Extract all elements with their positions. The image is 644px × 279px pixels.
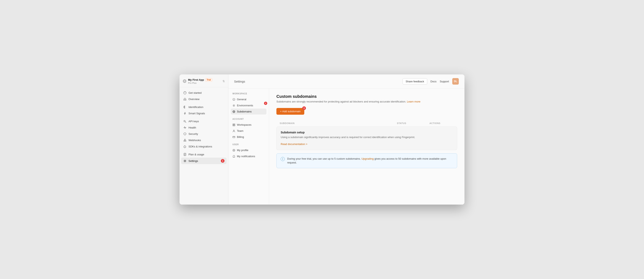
shield-icon (183, 132, 186, 135)
home-icon (183, 97, 186, 101)
sidebar-item-health[interactable]: Health (181, 124, 226, 131)
col-header-status: STATUS (397, 122, 430, 124)
sidebar-item-label: Overview (188, 98, 200, 101)
document-icon (183, 153, 186, 156)
svg-point-8 (184, 139, 186, 140)
sidebar-item-settings[interactable]: Settings 1 (181, 158, 226, 164)
svg-rect-21 (233, 124, 234, 125)
svg-rect-24 (234, 125, 235, 126)
fingerprint-icon (183, 105, 186, 109)
sidebar-header: My First App Trial Pro Plus ⇅ (180, 74, 228, 87)
globe-icon (183, 79, 186, 83)
sidebar-item-get-started[interactable]: Get started (181, 90, 226, 96)
sidebar-item-label: Settings (188, 159, 198, 162)
info-icon: i (281, 157, 285, 161)
page-title-topbar: Settings (234, 80, 245, 83)
table-header: SUBDOMAIN STATUS ACTIONS (276, 120, 457, 126)
sidebar: My First App Trial Pro Plus ⇅ Get starte… (180, 74, 228, 205)
puzzle-icon (183, 145, 186, 148)
sidebar-item-label: Plan & usage (188, 153, 204, 156)
sidebar-item-security[interactable]: Security (181, 131, 226, 137)
settings-nav-label: General (237, 98, 246, 101)
settings-nav-label: Team (237, 129, 244, 132)
sidebar-item-label: API keys (188, 120, 199, 123)
settings-nav-label: My profile (237, 149, 248, 152)
info-text: During your free trial, you can use up t… (287, 157, 453, 165)
learn-more-link[interactable]: Learn more (407, 100, 420, 103)
settings-nav-label: Subdomains (237, 110, 252, 113)
subdomain-setup-card: Subdomain setup Using a subdomain signif… (276, 126, 457, 150)
sidebar-item-sdks[interactable]: SDKs & integrations (181, 143, 226, 149)
settings-nav-general[interactable]: General (231, 96, 266, 102)
settings-content: Custom subdomains Subdomains are strongl… (269, 88, 464, 205)
sidebar-nav: Get started Overview Identification (180, 87, 228, 205)
settings-nav-subdomains[interactable]: Subdomains (231, 109, 266, 114)
sidebar-item-label: Get started (188, 91, 202, 94)
content-area: WORKSPACE General Environments 2 (228, 88, 464, 205)
sidebar-item-webhooks[interactable]: Webhooks (181, 137, 226, 143)
circle-info-icon (232, 98, 235, 101)
setup-card-title: Subdomain setup (281, 131, 453, 134)
settings-nav-my-profile[interactable]: My profile (231, 147, 266, 153)
read-documentation-link[interactable]: Read documentation > (281, 143, 307, 146)
info-banner: i During your free trial, you can use up… (276, 153, 457, 168)
add-subdomain-button[interactable]: + Add subdomain 3 (276, 108, 304, 115)
settings-nav-environments[interactable]: Environments 2 (231, 102, 266, 108)
col-header-actions: ACTIONS (430, 122, 454, 124)
sidebar-item-label: Webhooks (188, 139, 201, 142)
sidebar-item-api-keys[interactable]: API keys (181, 118, 226, 124)
webhook-icon (183, 138, 186, 142)
app-name-row: My First App Trial (188, 78, 212, 81)
avatar[interactable]: DL (452, 78, 459, 85)
compass-icon (183, 91, 186, 94)
svg-point-7 (185, 140, 186, 141)
sidebar-item-label: Smart Signals (188, 112, 205, 115)
svg-point-17 (234, 105, 234, 106)
svg-point-13 (184, 160, 186, 161)
settings-nav-label: Billing (237, 135, 244, 138)
app-plan: Pro Plus (188, 82, 212, 84)
settings-nav-team[interactable]: Team (231, 128, 266, 134)
svg-point-3 (184, 91, 186, 94)
settings-badge: 1 (221, 159, 224, 163)
person-icon (232, 130, 235, 132)
svg-point-25 (234, 130, 234, 131)
app-window: My First App Trial Pro Plus ⇅ Get starte… (180, 74, 464, 205)
col-header-subdomain: SUBDOMAIN (280, 122, 397, 124)
trial-badge: Trial (205, 78, 212, 81)
chevron-icon[interactable]: ⇅ (222, 79, 225, 83)
svg-point-29 (234, 149, 234, 150)
settings-nav-billing[interactable]: Billing (231, 134, 266, 140)
main-area: Settings Share feedback Docs Support DL … (228, 74, 464, 205)
upgrading-link[interactable]: Upgrading (362, 157, 374, 160)
sidebar-item-label: Health (188, 126, 196, 129)
sidebar-item-identification[interactable]: Identification (181, 104, 226, 110)
sidebar-item-smart-signals[interactable]: Smart Signals (181, 110, 226, 116)
bell-icon (232, 155, 235, 158)
svg-rect-22 (234, 124, 235, 125)
gear-icon (183, 159, 186, 162)
svg-point-6 (184, 140, 184, 141)
setup-card-description: Using a subdomain significantly improves… (281, 135, 453, 139)
svg-rect-23 (233, 125, 234, 126)
settings-nav-label: Environments (237, 104, 253, 107)
sidebar-item-plan-usage[interactable]: Plan & usage (181, 151, 226, 157)
sidebar-item-overview[interactable]: Overview (181, 96, 226, 102)
app-name: My First App (188, 78, 204, 81)
share-feedback-button[interactable]: Share feedback (402, 78, 427, 85)
sidebar-header-left: My First App Trial Pro Plus (183, 78, 212, 84)
card-icon (232, 136, 235, 138)
support-link[interactable]: Support (440, 80, 449, 83)
topbar: Settings Share feedback Docs Support DL (228, 74, 464, 88)
person-circle-icon (232, 149, 235, 152)
gear-small-icon (232, 104, 235, 107)
svg-rect-26 (233, 136, 235, 138)
sidebar-item-label: SDKs & integrations (188, 145, 212, 148)
activity-icon (183, 126, 186, 129)
settings-nav-workspaces[interactable]: Workspaces (231, 122, 266, 128)
environments-badge: 2 (264, 102, 267, 105)
settings-nav-my-notifications[interactable]: My notifications (231, 153, 266, 159)
docs-link[interactable]: Docs (430, 80, 436, 83)
workspace-section-title: WORKSPACE (231, 92, 266, 96)
account-section-title: ACCOUNT (231, 118, 266, 121)
